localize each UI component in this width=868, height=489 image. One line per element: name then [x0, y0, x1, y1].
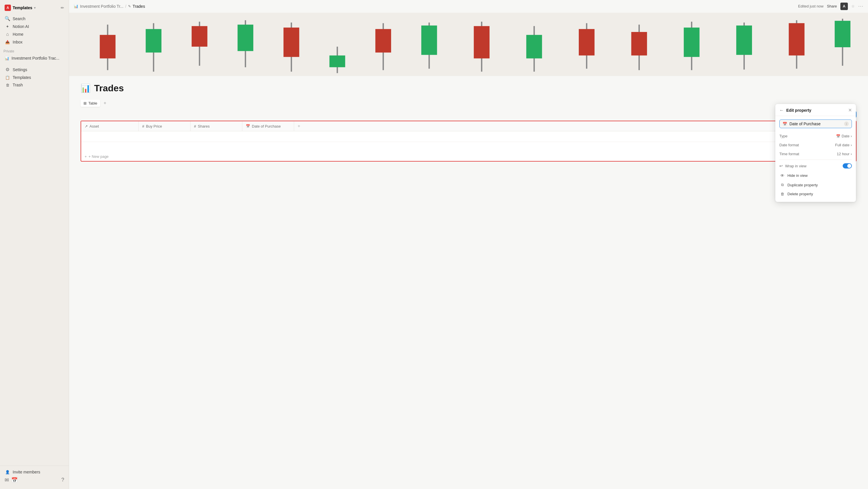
- date-format-label: Date format: [779, 143, 799, 147]
- wrap-in-view-row[interactable]: ↩ Wrap in view: [779, 161, 852, 171]
- sidebar-item-label: Templates: [13, 75, 31, 80]
- sidebar-item-trash[interactable]: 🗑 Trash: [1, 81, 68, 89]
- sidebar-item-inbox[interactable]: 📥 Inbox: [1, 38, 68, 46]
- breadcrumb: 📊 Investment Portfolio Tr... / ✎ Trades: [74, 4, 145, 9]
- share-button[interactable]: Share: [827, 4, 837, 8]
- duplicate-label: Duplicate property: [787, 183, 818, 187]
- svg-rect-31: [835, 21, 850, 47]
- calendar-icon[interactable]: 📅: [11, 477, 18, 483]
- add-view-button[interactable]: +: [101, 99, 108, 107]
- col-header-asset[interactable]: ↗ Asset: [81, 121, 139, 131]
- empty-row-2: [81, 142, 856, 152]
- type-chevron: ›: [851, 134, 852, 138]
- breadcrumb-parent[interactable]: Investment Portfolio Tr...: [80, 4, 123, 9]
- type-value-icon: 📅: [836, 134, 840, 138]
- property-type-icon-input: 📅: [782, 122, 787, 126]
- sidebar-item-label: Search: [13, 17, 25, 21]
- breadcrumb-separator: /: [125, 4, 126, 9]
- templates-icon: 📋: [5, 76, 10, 80]
- empty-row-1: [81, 131, 856, 142]
- type-value: 📅 Date ›: [836, 134, 852, 138]
- col-header-date-of-purchase[interactable]: 📅 Date of Purchase: [242, 121, 294, 131]
- breadcrumb-edit-icon: ✎: [128, 4, 131, 8]
- tab-table[interactable]: ⊞ Table: [81, 99, 100, 107]
- sidebar-item-templates[interactable]: 📋 Templates: [1, 74, 68, 81]
- type-value-text: Date: [841, 134, 849, 138]
- time-format-chevron: ›: [851, 152, 852, 156]
- settings-icon: ⚙: [5, 67, 10, 72]
- workspace-selector[interactable]: A Templates ▾: [2, 3, 38, 12]
- delete-label: Delete property: [787, 192, 813, 196]
- asset-col-icon: ↗: [85, 124, 88, 128]
- property-name-input[interactable]: [789, 121, 842, 126]
- invite-members-btn[interactable]: 👤 Invite members: [1, 468, 68, 476]
- sidebar-item-notion-ai[interactable]: ✦ Notion AI: [1, 23, 68, 30]
- col-header-shares[interactable]: # Shares: [190, 121, 242, 131]
- main-content: 📊 Investment Portfolio Tr... / ✎ Trades …: [69, 0, 868, 489]
- type-label: Type: [779, 134, 787, 138]
- sidebar-item-home[interactable]: ⌂ Home: [1, 30, 68, 38]
- sidebar-item-label: Inbox: [13, 40, 23, 45]
- svg-rect-1: [100, 35, 116, 58]
- time-format-row[interactable]: Time format 12 hour ›: [779, 149, 852, 159]
- sidebar-item-settings[interactable]: ⚙ Settings: [1, 65, 68, 74]
- date-format-row[interactable]: Date format Full date ›: [779, 141, 852, 149]
- workspace-chevron: ▾: [34, 6, 36, 10]
- panel-close-button[interactable]: ✕: [848, 108, 852, 113]
- trash-icon: 🗑: [5, 83, 10, 87]
- hide-icon: 👁: [779, 173, 785, 178]
- sidebar-item-label: Trash: [13, 83, 23, 87]
- wrap-icon: ↩: [779, 164, 783, 168]
- delete-property-row[interactable]: 🗑 Delete property: [779, 190, 852, 198]
- col-label: Shares: [198, 124, 210, 128]
- number-col-icon-2: #: [194, 124, 196, 128]
- type-row[interactable]: Type 📅 Date ›: [779, 132, 852, 141]
- inbox-icon: 📥: [5, 40, 10, 45]
- page-content: 📊 Trades ⊞ Table +: [69, 76, 868, 489]
- topbar-right: Edited just now Share A ☆ ···: [798, 3, 863, 10]
- panel-title: Edit property: [786, 108, 811, 113]
- panel-header: ← Edit property ✕: [775, 104, 856, 116]
- panel-back-icon[interactable]: ←: [779, 108, 784, 113]
- notion-ai-icon: ✦: [5, 24, 10, 29]
- svg-rect-25: [684, 28, 700, 57]
- trades-table: ↗ Asset # Buy Price # Shares 📅 Date of P…: [81, 121, 857, 162]
- star-icon[interactable]: ☆: [851, 4, 855, 8]
- tab-label: Table: [88, 101, 97, 106]
- date-format-chevron: ›: [851, 143, 852, 147]
- breadcrumb-current: Trades: [133, 4, 145, 9]
- home-icon: ⌂: [5, 32, 10, 37]
- new-page-icon-btn[interactable]: ✏: [58, 4, 66, 11]
- date-format-text: Full date: [835, 143, 849, 147]
- time-format-text: 12 hour: [837, 152, 849, 156]
- avatar[interactable]: A: [840, 3, 848, 10]
- wrap-toggle[interactable]: [843, 163, 852, 169]
- edit-property-panel: ← Edit property ✕ 📅 i Type: [775, 104, 856, 202]
- col-header-buy-price[interactable]: # Buy Price: [139, 121, 190, 131]
- new-page-plus-icon: +: [85, 154, 87, 159]
- more-options-icon[interactable]: ···: [858, 3, 863, 9]
- table-header: ↗ Asset # Buy Price # Shares 📅 Date of P…: [81, 121, 856, 131]
- sidebar-item-label: Investment Portfolio Trac...: [11, 56, 60, 60]
- duplicate-property-row[interactable]: ⧉ Duplicate property: [779, 180, 852, 190]
- svg-rect-5: [192, 26, 208, 47]
- help-icon[interactable]: ?: [61, 477, 64, 483]
- svg-rect-15: [421, 26, 437, 55]
- toggle-dot: [847, 164, 851, 168]
- chart-svg: [75, 17, 862, 76]
- time-format-value: 12 hour ›: [837, 152, 852, 156]
- svg-rect-29: [789, 23, 805, 55]
- hide-in-view-row[interactable]: 👁 Hide in view: [779, 171, 852, 180]
- invite-icon: 👤: [5, 470, 10, 474]
- sidebar-item-investment[interactable]: 📊 Investment Portfolio Trac...: [1, 54, 68, 62]
- add-column-button[interactable]: +: [294, 121, 304, 131]
- mail-icon[interactable]: ✉: [5, 477, 9, 483]
- new-page-row[interactable]: + + New page: [81, 152, 856, 161]
- sidebar-settings-nav: ⚙ Settings 📋 Templates 🗑 Trash: [0, 65, 69, 89]
- svg-rect-19: [526, 35, 542, 58]
- sidebar-bottom-icons: ✉ 📅 ?: [1, 476, 68, 484]
- sidebar: A Templates ▾ ✏ 🔍 Search ✦ Notion AI ⌂ H…: [0, 0, 69, 489]
- svg-rect-21: [579, 29, 595, 56]
- sidebar-item-search[interactable]: 🔍 Search: [1, 15, 68, 23]
- time-format-label: Time format: [779, 152, 799, 156]
